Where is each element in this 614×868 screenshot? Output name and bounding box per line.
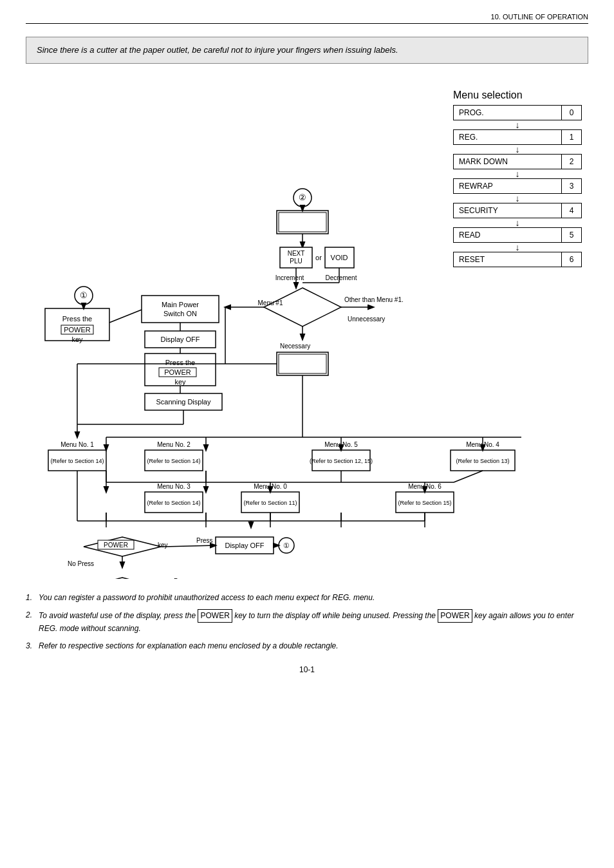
svg-text:(Refer to Section 14): (Refer to Section 14) (147, 500, 200, 506)
warning-box: Since there is a cutter at the paper out… (26, 37, 588, 64)
svg-text:Menu No. 1: Menu No. 1 (60, 441, 94, 448)
svg-text:①: ① (80, 290, 88, 300)
svg-text:(Refer to Section 11): (Refer to Section 11) (243, 500, 297, 506)
svg-text:Display OFF: Display OFF (225, 542, 264, 549)
svg-text:(Refer to Section 14): (Refer to Section 14) (147, 458, 200, 464)
svg-text:POWER: POWER (164, 368, 191, 376)
page-number: 10-1 (26, 665, 588, 674)
svg-text:①: ① (283, 542, 290, 549)
menu-row-3: REWRAP3 (453, 178, 582, 194)
warning-text: Since there is a cutter at the paper out… (37, 45, 398, 55)
footnote-3-text: Refer to respective sections for explana… (39, 640, 339, 652)
menu-row-0: PROG.0 (453, 105, 582, 120)
svg-text:Press: Press (196, 537, 213, 544)
svg-rect-27 (279, 212, 326, 232)
svg-text:Unnecessary: Unnecessary (348, 316, 385, 323)
svg-text:VOID: VOID (331, 254, 348, 261)
svg-line-94 (454, 471, 483, 482)
svg-text:Switch ON: Switch ON (163, 310, 197, 317)
footnote-1-text: You can register a password to prohibit … (39, 592, 375, 604)
menu-arrow-3: ↓ (453, 194, 582, 203)
svg-text:PLU: PLU (290, 258, 302, 265)
svg-text:key: key (158, 542, 168, 549)
menu-arrow-2: ↓ (453, 169, 582, 178)
menu-num-2: 2 (562, 155, 581, 169)
svg-text:or: or (315, 254, 322, 261)
menu-arrow-0: ↓ (453, 120, 582, 129)
menu-label-3: REWRAP (454, 179, 562, 193)
menu-arrow-1: ↓ (453, 145, 582, 154)
svg-text:②: ② (299, 193, 306, 202)
footnote-2-text: To avoid wasteful use of the display, pr… (39, 609, 588, 635)
svg-text:Other than Menu #1.: Other than Menu #1. (344, 296, 404, 303)
svg-text:No Press: No Press (68, 560, 94, 567)
svg-text:Scanning Display: Scanning Display (156, 398, 211, 406)
menu-label-4: SECURITY (454, 203, 562, 218)
svg-text:POWER: POWER (64, 326, 91, 334)
menu-row-2: MARK DOWN2 (453, 154, 582, 169)
svg-line-118 (161, 545, 216, 547)
footnote-3-num: 3. (26, 640, 39, 652)
menu-selection: Menu selection PROG.0↓REG.1↓MARK DOWN2↓R… (453, 90, 582, 267)
menu-title: Menu selection (453, 90, 582, 101)
svg-text:Press the: Press the (62, 315, 92, 323)
menu-num-4: 4 (562, 203, 581, 218)
svg-text:(Refer to Section 14): (Refer to Section 14) (50, 458, 104, 464)
menu-row-5: READ5 (453, 227, 582, 243)
menu-row-4: SECURITY4 (453, 203, 582, 218)
menu-num-1: 1 (562, 130, 581, 144)
menu-arrow-4: ↓ (453, 218, 582, 227)
menu-label-6: RESET (454, 252, 562, 267)
menu-arrow-5: ↓ (453, 243, 582, 252)
footnote-3: 3. Refer to respective sections for expl… (26, 640, 588, 652)
footnote-2: 2. To avoid wasteful use of the display,… (26, 609, 588, 635)
svg-text:Necessary: Necessary (280, 343, 310, 350)
svg-text:Menu No. 2: Menu No. 2 (157, 441, 191, 448)
svg-text:Menu #1: Menu #1 (258, 299, 283, 307)
menu-row-1: REG.1 (453, 129, 582, 145)
svg-text:Press: Press (174, 578, 191, 579)
menu-num-3: 3 (562, 179, 581, 193)
svg-text:Display OFF: Display OFF (160, 335, 200, 343)
footnote-1: 1. You can register a password to prohib… (26, 592, 588, 604)
svg-text:(Refer to Section 13): (Refer to Section 13) (456, 458, 509, 464)
diagram-area: ① Press the POWER key Main Power Switch … (26, 77, 588, 579)
menu-label-5: READ (454, 228, 562, 242)
svg-text:Increment: Increment (275, 274, 304, 281)
svg-text:Press the: Press the (165, 359, 195, 366)
menu-num-6: 6 (562, 252, 581, 267)
svg-text:(Refer to Section 15): (Refer to Section 15) (398, 500, 451, 506)
svg-text:(Refer to Section 12, 15): (Refer to Section 12, 15) (310, 458, 373, 464)
footnote-1-num: 1. (26, 592, 39, 604)
menu-label-0: PROG. (454, 106, 562, 120)
header-section: 10. OUTLINE OF OPERATION (26, 13, 588, 24)
menu-row-6: RESET6 (453, 252, 582, 267)
menu-label-1: REG. (454, 130, 562, 144)
svg-text:Main Power: Main Power (162, 301, 199, 308)
menu-num-5: 5 (562, 228, 581, 242)
svg-text:key: key (174, 378, 186, 386)
svg-rect-50 (279, 354, 326, 373)
svg-line-23 (109, 310, 142, 323)
footnote-2-num: 2. (26, 609, 39, 635)
svg-marker-41 (264, 288, 341, 326)
svg-rect-8 (142, 296, 219, 323)
svg-text:Decrement: Decrement (326, 274, 357, 281)
svg-text:POWER: POWER (104, 542, 128, 549)
svg-text:NEXT: NEXT (288, 250, 305, 257)
svg-marker-122 (84, 578, 161, 579)
section-title: 10. OUTLINE OF OPERATION (491, 13, 588, 21)
menu-label-2: MARK DOWN (454, 155, 562, 169)
svg-text:Menu No. 3: Menu No. 3 (157, 483, 191, 490)
footnotes: 1. You can register a password to prohib… (26, 592, 588, 653)
menu-num-0: 0 (562, 106, 581, 120)
svg-text:key: key (71, 335, 83, 343)
